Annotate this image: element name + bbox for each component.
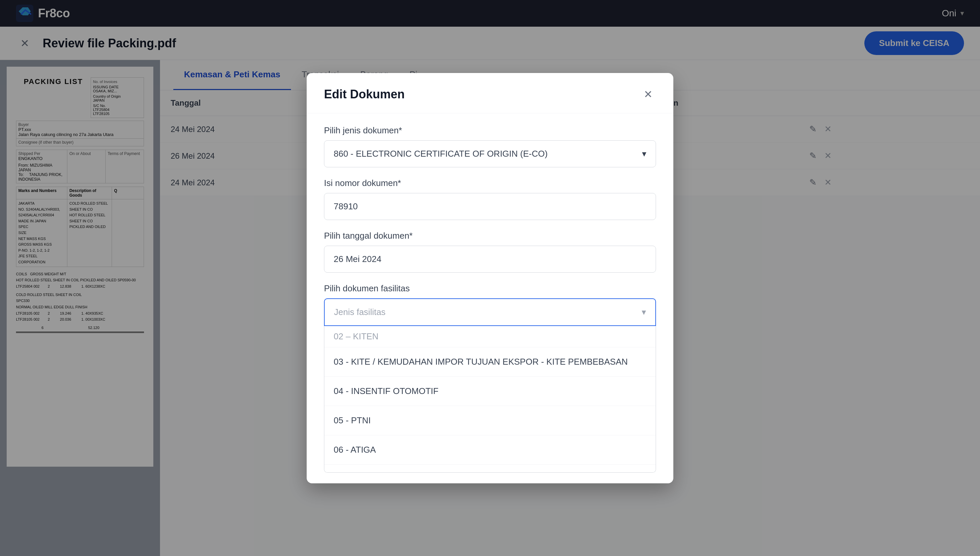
nomor-dokumen-input[interactable] [324, 193, 656, 220]
fasilitas-placeholder: Jenis fasilitas [334, 307, 386, 317]
jenis-dokumen-select-wrapper: 860 - ELECTRONIC CERTIFICATE OF ORIGIN (… [324, 140, 656, 167]
nomor-dokumen-group: Isi nomor dokumen* [324, 178, 656, 220]
dropdown-item-07[interactable]: 07 - KEPERLUAN PERTAHANAN DAN KEAMANAN [325, 465, 655, 473]
jenis-dokumen-select[interactable]: 860 - ELECTRONIC CERTIFICATE OF ORIGIN (… [324, 140, 656, 167]
jenis-dokumen-value: 860 - ELECTRONIC CERTIFICATE OF ORIGIN (… [334, 149, 548, 159]
modal-close-button[interactable]: ✕ [640, 86, 656, 102]
dropdown-item-partial[interactable]: 02 – KITEN [325, 326, 655, 348]
fasilitas-dropdown-field[interactable]: Jenis fasilitas ▾ [324, 298, 656, 326]
dropdown-item-05[interactable]: 05 - PTNI [325, 406, 655, 435]
edit-dokumen-modal: Edit Dokumen ✕ Pilih jenis dokumen* 860 … [307, 73, 673, 483]
modal-backdrop: Edit Dokumen ✕ Pilih jenis dokumen* 860 … [0, 0, 980, 556]
nomor-dokumen-label: Isi nomor dokumen* [324, 178, 656, 188]
modal-title: Edit Dokumen [324, 87, 405, 101]
jenis-dokumen-group: Pilih jenis dokumen* 860 - ELECTRONIC CE… [324, 125, 656, 167]
fasilitas-label: Pilih dokumen fasilitas [324, 283, 656, 294]
fasilitas-dropdown-list: 02 – KITEN 03 - KITE / KEMUDAHAN IMPOR T… [324, 326, 656, 473]
modal-header: Edit Dokumen ✕ [307, 73, 673, 113]
modal-body: Pilih jenis dokumen* 860 - ELECTRONIC CE… [307, 113, 673, 473]
dropdown-item-04[interactable]: 04 - INSENTIF OTOMOTIF [325, 377, 655, 406]
jenis-dokumen-label: Pilih jenis dokumen* [324, 125, 656, 136]
dropdown-item-06[interactable]: 06 - ATIGA [325, 435, 655, 465]
dropdown-item-03[interactable]: 03 - KITE / KEMUDAHAN IMPOR TUJUAN EKSPO… [325, 348, 655, 377]
fasilitas-group: Pilih dokumen fasilitas Jenis fasilitas … [324, 283, 656, 473]
chevron-down-icon: ▾ [642, 307, 646, 317]
tanggal-dokumen-input[interactable] [324, 246, 656, 273]
chevron-down-icon: ▾ [642, 149, 646, 159]
tanggal-dokumen-group: Pilih tanggal dokumen* [324, 231, 656, 273]
tanggal-dokumen-label: Pilih tanggal dokumen* [324, 231, 656, 241]
